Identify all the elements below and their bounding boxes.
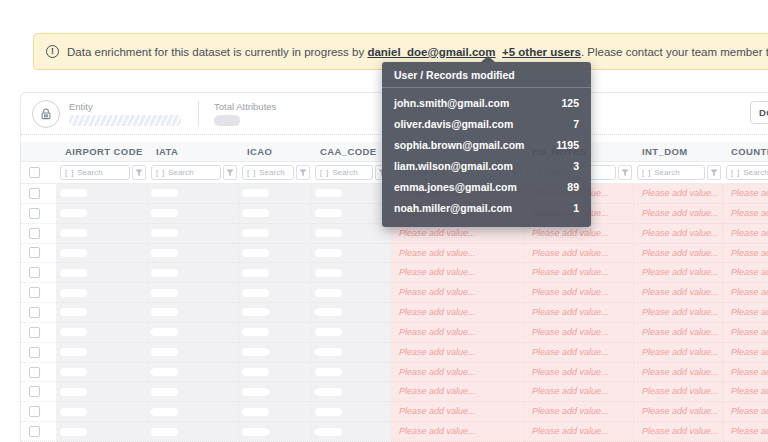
cell-caa-code[interactable]: [312, 402, 391, 422]
cell-airport-code[interactable]: [57, 224, 148, 244]
cell-int-dom[interactable]: Please add value...: [634, 422, 723, 442]
cell-iata[interactable]: [148, 363, 239, 383]
cell-int-dom[interactable]: Please add value...: [634, 263, 723, 283]
cell-airport-code[interactable]: [57, 422, 148, 442]
column-header-caa-code[interactable]: CAA_CODE: [312, 142, 391, 161]
column-header-iata[interactable]: IATA: [148, 142, 239, 161]
cell-icao[interactable]: [239, 224, 312, 244]
cell-country[interactable]: Please add value...: [723, 224, 768, 244]
cell-iata[interactable]: [148, 224, 239, 244]
cell-airport-code[interactable]: [57, 343, 148, 363]
row-checkbox[interactable]: [29, 208, 40, 219]
cell-country[interactable]: Please add value...: [723, 244, 768, 264]
enrichment-user-link[interactable]: daniel_doe@gmail.com: [367, 46, 495, 58]
cell-airport-code[interactable]: [57, 323, 148, 343]
cell-int-dom[interactable]: Please add value...: [634, 402, 723, 422]
filter-funnel-button[interactable]: [618, 165, 632, 180]
cell-column-5[interactable]: Please add value...: [391, 263, 524, 283]
cell-column-5[interactable]: Please add value...: [391, 422, 524, 442]
row-checkbox[interactable]: [29, 367, 40, 378]
cell-int-dom[interactable]: Please add value...: [634, 244, 723, 264]
cell-caa-code[interactable]: [312, 303, 391, 323]
cell-country[interactable]: Please add value...: [723, 184, 768, 204]
cell-iata[interactable]: [148, 382, 239, 402]
column-header-airport-code[interactable]: AIRPORT CODE: [57, 142, 148, 161]
cell-country[interactable]: Please add value...: [723, 422, 768, 442]
row-checkbox[interactable]: [29, 228, 40, 239]
cell-icao[interactable]: [239, 323, 312, 343]
cell-caa-code[interactable]: [312, 343, 391, 363]
row-checkbox[interactable]: [29, 287, 40, 298]
row-checkbox[interactable]: [29, 267, 40, 278]
filter-funnel-button[interactable]: [296, 165, 310, 180]
cell-eu-notes[interactable]: Please add value...: [524, 303, 634, 323]
cell-country[interactable]: Please add value...: [723, 283, 768, 303]
row-checkbox[interactable]: [29, 327, 40, 338]
cell-country[interactable]: Please add value...: [723, 402, 768, 422]
cell-icao[interactable]: [239, 283, 312, 303]
cell-eu-notes[interactable]: Please add value...: [524, 244, 634, 264]
cell-column-5[interactable]: Please add value...: [391, 402, 524, 422]
cell-column-5[interactable]: Please add value...: [391, 382, 524, 402]
cell-column-5[interactable]: Please add value...: [391, 303, 524, 323]
cell-iata[interactable]: [148, 283, 239, 303]
cell-icao[interactable]: [239, 263, 312, 283]
search-input[interactable]: [ ]Search: [151, 165, 221, 180]
cell-country[interactable]: Please add value...: [723, 323, 768, 343]
filter-funnel-button[interactable]: [132, 165, 146, 180]
cell-caa-code[interactable]: [312, 184, 391, 204]
cell-caa-code[interactable]: [312, 422, 391, 442]
cell-airport-code[interactable]: [57, 363, 148, 383]
search-input[interactable]: [ ]Search: [315, 165, 373, 180]
cell-caa-code[interactable]: [312, 323, 391, 343]
cell-caa-code[interactable]: [312, 283, 391, 303]
cell-iata[interactable]: [148, 323, 239, 343]
cell-iata[interactable]: [148, 422, 239, 442]
cell-airport-code[interactable]: [57, 382, 148, 402]
cell-column-5[interactable]: Please add value...: [391, 343, 524, 363]
row-checkbox[interactable]: [29, 307, 40, 318]
filter-funnel-button[interactable]: [707, 165, 721, 180]
cell-icao[interactable]: [239, 204, 312, 224]
cell-caa-code[interactable]: [312, 263, 391, 283]
cell-airport-code[interactable]: [57, 184, 148, 204]
cell-icao[interactable]: [239, 402, 312, 422]
cell-eu-notes[interactable]: Please add value...: [524, 263, 634, 283]
search-input[interactable]: [ ]Search: [60, 165, 130, 180]
cell-country[interactable]: Please add value...: [723, 343, 768, 363]
row-checkbox[interactable]: [29, 247, 40, 258]
cell-int-dom[interactable]: Please add value...: [634, 283, 723, 303]
cell-eu-notes[interactable]: Please add value...: [524, 363, 634, 383]
cell-airport-code[interactable]: [57, 204, 148, 224]
cell-caa-code[interactable]: [312, 382, 391, 402]
cell-icao[interactable]: [239, 184, 312, 204]
search-input[interactable]: [ ]Search: [637, 165, 705, 180]
row-checkbox[interactable]: [29, 426, 40, 437]
cell-int-dom[interactable]: Please add value...: [634, 382, 723, 402]
cell-country[interactable]: Please add value...: [723, 303, 768, 323]
cell-icao[interactable]: [239, 244, 312, 264]
cell-country[interactable]: Please add value...: [723, 263, 768, 283]
cell-int-dom[interactable]: Please add value...: [634, 323, 723, 343]
select-all-checkbox[interactable]: [29, 167, 40, 178]
cell-column-5[interactable]: Please add value...: [391, 363, 524, 383]
cell-icao[interactable]: [239, 343, 312, 363]
cell-iata[interactable]: [148, 343, 239, 363]
row-checkbox[interactable]: [29, 347, 40, 358]
cell-eu-notes[interactable]: Please add value...: [524, 422, 634, 442]
cell-icao[interactable]: [239, 422, 312, 442]
cell-eu-notes[interactable]: Please add value...: [524, 343, 634, 363]
cell-eu-notes[interactable]: Please add value...: [524, 323, 634, 343]
cell-int-dom[interactable]: Please add value...: [634, 204, 723, 224]
cell-airport-code[interactable]: [57, 303, 148, 323]
cell-icao[interactable]: [239, 303, 312, 323]
cell-country[interactable]: Please add value...: [723, 382, 768, 402]
cell-airport-code[interactable]: [57, 402, 148, 422]
cell-column-5[interactable]: Please add value...: [391, 283, 524, 303]
cell-country[interactable]: Please add value...: [723, 204, 768, 224]
download-button[interactable]: DO: [750, 101, 768, 124]
cell-caa-code[interactable]: [312, 244, 391, 264]
cell-iata[interactable]: [148, 204, 239, 224]
cell-caa-code[interactable]: [312, 224, 391, 244]
cell-iata[interactable]: [148, 402, 239, 422]
